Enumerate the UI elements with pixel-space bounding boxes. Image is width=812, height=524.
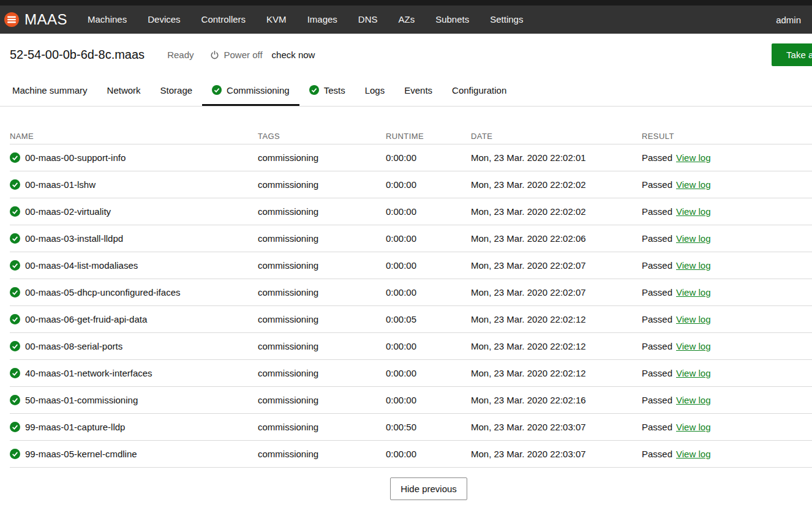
nav-item-kvm[interactable]: KVM xyxy=(256,6,297,34)
test-date: Mon, 23 Mar. 2020 22:02:12 xyxy=(471,368,642,378)
passed-check-icon xyxy=(10,422,20,432)
test-date: Mon, 23 Mar. 2020 22:02:02 xyxy=(471,179,642,190)
nav-item-settings[interactable]: Settings xyxy=(479,6,533,34)
test-result: Passed xyxy=(642,449,672,459)
test-runtime: 0:00:00 xyxy=(386,233,471,244)
check-now-button[interactable]: check now xyxy=(272,50,315,60)
nav-item-devices[interactable]: Devices xyxy=(137,6,190,34)
nav-item-azs[interactable]: AZs xyxy=(388,6,426,34)
test-name-cell: 00-maas-05-dhcp-unconfigured-ifaces xyxy=(10,287,258,298)
page-content: 52-54-00-0b-6d-8c.maas Ready Power off c… xyxy=(0,34,812,500)
test-date: Mon, 23 Mar. 2020 22:02:07 xyxy=(471,287,642,298)
test-tags: commissioning xyxy=(258,449,386,459)
table-row: 99-maas-05-kernel-cmdlinecommissioning0:… xyxy=(10,441,812,468)
hide-previous-button[interactable]: Hide previous xyxy=(390,477,467,500)
test-result-cell: PassedView log xyxy=(642,368,812,378)
table-row: 00-maas-06-get-fruid-api-datacommissioni… xyxy=(10,306,812,333)
test-tags: commissioning xyxy=(258,206,386,217)
test-runtime: 0:00:00 xyxy=(386,368,471,378)
test-name-cell: 99-maas-05-kernel-cmdline xyxy=(10,449,258,459)
tab-machine-summary[interactable]: Machine summary xyxy=(2,76,97,106)
test-name: 00-maas-03-install-lldpd xyxy=(25,233,123,244)
view-log-link[interactable]: View log xyxy=(676,395,710,405)
test-result-cell: PassedView log xyxy=(642,314,812,324)
test-runtime: 0:00:50 xyxy=(386,422,471,432)
test-tags: commissioning xyxy=(258,314,386,324)
view-log-link[interactable]: View log xyxy=(676,287,710,298)
test-result-cell: PassedView log xyxy=(642,152,812,163)
passed-check-icon xyxy=(10,233,20,244)
test-result-cell: PassedView log xyxy=(642,341,812,351)
column-header-name: NAME xyxy=(10,132,258,141)
test-name-cell: 99-maas-01-capture-lldp xyxy=(10,422,258,432)
table-row: 00-maas-05-dhcp-unconfigured-ifacescommi… xyxy=(10,279,812,306)
nav-item-controllers[interactable]: Controllers xyxy=(191,6,257,34)
tab-label: Logs xyxy=(365,85,385,95)
passed-check-icon xyxy=(10,152,20,163)
test-date: Mon, 23 Mar. 2020 22:02:12 xyxy=(471,314,642,324)
main-area: NAMETAGSRUNTIMEDATERESULT 00-maas-00-sup… xyxy=(0,128,812,500)
test-tags: commissioning xyxy=(258,287,386,298)
tab-commissioning[interactable]: Commissioning xyxy=(202,76,299,106)
test-name-cell: 50-maas-01-commissioning xyxy=(10,395,258,405)
view-log-link[interactable]: View log xyxy=(676,152,710,163)
column-header-result: RESULT xyxy=(642,132,812,141)
column-header-date: DATE xyxy=(471,132,642,141)
table-row: 40-maas-01-network-interfacescommissioni… xyxy=(10,360,812,387)
passed-check-icon xyxy=(10,395,20,405)
test-name-cell: 00-maas-02-virtuality xyxy=(10,206,258,217)
tab-logs[interactable]: Logs xyxy=(355,76,395,106)
tab-storage[interactable]: Storage xyxy=(151,76,203,106)
test-name-cell: 40-maas-01-network-interfaces xyxy=(10,368,258,378)
tab-tests[interactable]: Tests xyxy=(299,76,355,106)
test-name: 99-maas-01-capture-lldp xyxy=(25,422,125,432)
test-name: 40-maas-01-network-interfaces xyxy=(25,368,152,378)
view-log-link[interactable]: View log xyxy=(676,314,710,324)
test-name: 00-maas-05-dhcp-unconfigured-ifaces xyxy=(25,287,180,298)
test-name-cell: 00-maas-01-lshw xyxy=(10,179,258,190)
column-header-tags: TAGS xyxy=(258,132,386,141)
nav-item-machines[interactable]: Machines xyxy=(77,6,137,34)
test-result: Passed xyxy=(642,368,672,378)
table-footer: Hide previous xyxy=(10,477,812,500)
window-top-strip xyxy=(0,0,812,6)
tab-configuration[interactable]: Configuration xyxy=(442,76,516,106)
passed-check-icon xyxy=(10,260,20,271)
test-result-cell: PassedView log xyxy=(642,422,812,432)
tab-events[interactable]: Events xyxy=(394,76,442,106)
test-runtime: 0:00:05 xyxy=(386,314,471,324)
view-log-link[interactable]: View log xyxy=(676,368,710,378)
test-result: Passed xyxy=(642,152,672,163)
tab-label: Network xyxy=(107,85,141,95)
nav-item-subnets[interactable]: Subnets xyxy=(425,6,479,34)
view-log-link[interactable]: View log xyxy=(676,206,710,217)
take-action-button[interactable]: Take action xyxy=(772,43,812,66)
nav-item-images[interactable]: Images xyxy=(297,6,348,34)
nav-user-admin[interactable]: admin xyxy=(773,15,803,25)
machine-status: Ready xyxy=(167,50,194,60)
maas-logo-icon xyxy=(4,12,19,27)
table-row: 00-maas-08-serial-portscommissioning0:00… xyxy=(10,333,812,360)
view-log-link[interactable]: View log xyxy=(676,233,710,244)
nav-items: MachinesDevicesControllersKVMImagesDNSAZ… xyxy=(77,6,533,34)
test-date: Mon, 23 Mar. 2020 22:03:07 xyxy=(471,422,642,432)
test-result-cell: PassedView log xyxy=(642,206,812,217)
power-off-button[interactable]: Power off xyxy=(210,50,262,60)
tab-network[interactable]: Network xyxy=(97,76,151,106)
machine-header: 52-54-00-0b-6d-8c.maas Ready Power off c… xyxy=(0,34,812,76)
tab-label: Tests xyxy=(324,85,345,95)
test-name: 50-maas-01-commissioning xyxy=(25,395,138,405)
view-log-link[interactable]: View log xyxy=(676,179,710,190)
view-log-link[interactable]: View log xyxy=(676,449,710,459)
test-result: Passed xyxy=(642,422,672,432)
test-name-cell: 00-maas-00-support-info xyxy=(10,152,258,163)
view-log-link[interactable]: View log xyxy=(676,422,710,432)
passed-check-icon xyxy=(10,368,20,378)
table-row: 00-maas-00-support-infocommissioning0:00… xyxy=(10,144,812,171)
view-log-link[interactable]: View log xyxy=(676,260,710,271)
machine-title: 52-54-00-0b-6d-8c.maas xyxy=(10,48,145,62)
maas-brand[interactable]: MAAS xyxy=(4,11,67,28)
nav-item-dns[interactable]: DNS xyxy=(348,6,388,34)
view-log-link[interactable]: View log xyxy=(676,341,710,351)
power-label: Power off xyxy=(224,50,262,60)
